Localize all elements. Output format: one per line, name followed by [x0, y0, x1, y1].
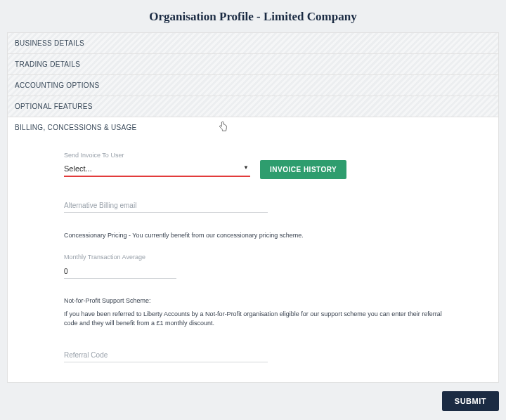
accordion-item-accounting-options: ACCOUNTING OPTIONS: [8, 75, 498, 96]
monthly-avg-label: Monthly Transaction Average: [64, 254, 442, 261]
billing-body: Send Invoice To User Select... ▼ INVOICE…: [8, 138, 498, 382]
accordion-header-trading-details[interactable]: TRADING DETAILS: [8, 54, 498, 74]
accordion-panel: BUSINESS DETAILS TRADING DETAILS ACCOUNT…: [7, 32, 499, 383]
send-invoice-select[interactable]: Select...: [64, 162, 250, 177]
referral-code-input[interactable]: [64, 347, 268, 362]
nfp-heading: Not-for-Profit Support Scheme:: [64, 297, 442, 304]
send-invoice-label: Send Invoice To User: [64, 152, 442, 159]
alt-billing-email-input[interactable]: [64, 197, 268, 213]
accordion-item-billing: BILLING, CONCESSIONS & USAGE Send Invoic…: [8, 117, 498, 382]
submit-button[interactable]: SUBMIT: [442, 391, 499, 411]
accordion-item-trading-details: TRADING DETAILS: [8, 54, 498, 75]
accordion-item-business-details: BUSINESS DETAILS: [8, 33, 498, 54]
page-title: Organisation Profile - Limited Company: [0, 0, 506, 32]
monthly-avg-input[interactable]: [64, 263, 176, 279]
accordion-header-optional-features[interactable]: OPTIONAL FEATURES: [8, 96, 498, 117]
accordion-header-accounting-options[interactable]: ACCOUNTING OPTIONS: [8, 75, 498, 96]
nfp-note: If you have been referred to Liberty Acc…: [64, 310, 442, 329]
accordion-header-billing[interactable]: BILLING, CONCESSIONS & USAGE: [8, 117, 498, 138]
accordion-item-optional-features: OPTIONAL FEATURES: [8, 96, 498, 117]
concessionary-note: Concessionary Pricing - You currently be…: [64, 231, 442, 241]
accordion-header-business-details[interactable]: BUSINESS DETAILS: [8, 33, 498, 53]
invoice-history-button[interactable]: INVOICE HISTORY: [260, 160, 346, 179]
